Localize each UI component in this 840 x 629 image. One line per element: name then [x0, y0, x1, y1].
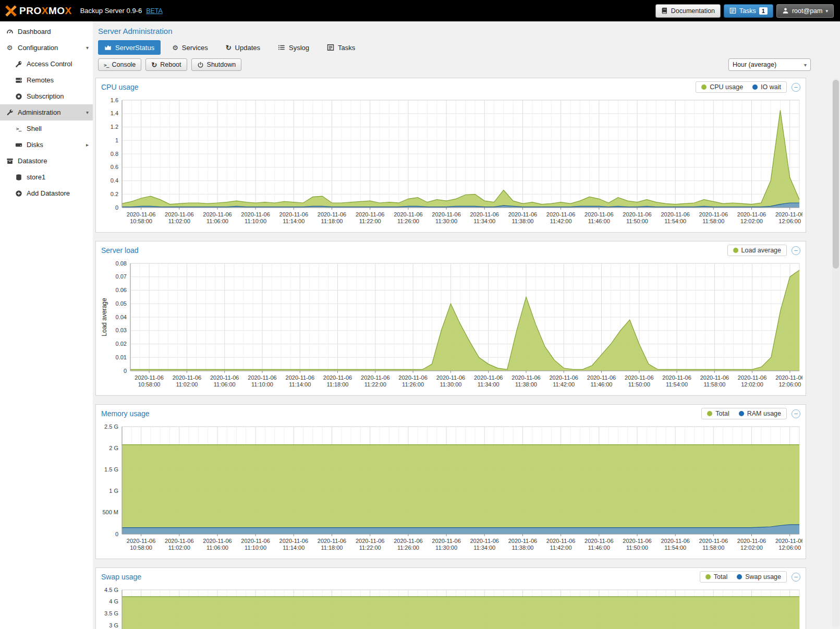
panel-title: Swap usage — [101, 573, 141, 581]
svg-text:11:46:00: 11:46:00 — [588, 218, 610, 224]
panel-header: Swap usageTotalSwap usage− — [96, 568, 806, 585]
tab-services[interactable]: ⚙Services — [166, 40, 214, 55]
time-range-select[interactable]: Hour (average) ▾ — [728, 58, 811, 71]
user-menu-button[interactable]: root@pam ▾ — [776, 4, 834, 18]
tab-tasks[interactable]: Tasks — [321, 40, 361, 55]
sidebar-item-store1[interactable]: store1 — [0, 169, 93, 185]
reboot-button[interactable]: ↻ Reboot — [145, 58, 187, 71]
svg-text:2020-11-06: 2020-11-06 — [127, 211, 155, 217]
server-load-chart: 00.010.020.030.040.050.060.070.082020-11… — [96, 259, 806, 395]
sidebar-item-label: Access Control — [27, 60, 89, 68]
sidebar-item-subscription[interactable]: Subscription — [0, 88, 93, 104]
svg-text:2020-11-06: 2020-11-06 — [398, 374, 427, 381]
terminal-icon: >_ — [14, 126, 23, 131]
svg-text:2020-11-06: 2020-11-06 — [432, 211, 460, 217]
sidebar-item-shell[interactable]: >_Shell — [0, 120, 93, 137]
svg-text:2020-11-06: 2020-11-06 — [662, 374, 691, 381]
collapse-panel-icon[interactable]: − — [792, 409, 800, 418]
page-title: Server Administration — [98, 27, 840, 35]
sidebar-item-datastore[interactable]: Datastore — [0, 153, 93, 169]
beta-link[interactable]: BETA — [146, 7, 163, 15]
svg-text:11:14:00: 11:14:00 — [283, 545, 305, 551]
svg-text:10:58:00: 10:58:00 — [138, 381, 161, 388]
collapse-panel-icon[interactable]: − — [792, 83, 800, 92]
sidebar-item-label: Add Datastore — [27, 189, 89, 197]
tab-syslog[interactable]: Syslog — [272, 40, 315, 55]
tab-serverstatus[interactable]: ServerStatus — [98, 40, 161, 55]
terminal-icon: >_ — [104, 62, 108, 68]
sidebar-item-label: Remotes — [27, 76, 89, 84]
svg-text:11:26:00: 11:26:00 — [402, 381, 424, 388]
svg-text:3.5 G: 3.5 G — [104, 610, 118, 616]
legend-label: IO wait — [761, 83, 781, 91]
svg-text:2020-11-06: 2020-11-06 — [203, 538, 232, 544]
svg-text:2020-11-06: 2020-11-06 — [737, 211, 766, 217]
panel-header: Memory usageTotalRAM usage− — [96, 405, 806, 422]
svg-text:12:06:00: 12:06:00 — [778, 545, 801, 551]
legend-label: CPU usage — [710, 83, 743, 91]
svg-text:2020-11-06: 2020-11-06 — [135, 374, 163, 381]
gauge-icon — [5, 28, 14, 35]
server-icon — [14, 77, 23, 84]
sidebar-item-access-control[interactable]: Access Control — [0, 56, 93, 72]
svg-text:2020-11-06: 2020-11-06 — [549, 374, 578, 381]
shutdown-button[interactable]: Shutdown — [191, 58, 242, 71]
sidebar-item-add-datastore[interactable]: Add Datastore — [0, 185, 93, 201]
svg-text:4 G: 4 G — [109, 598, 118, 604]
svg-text:2020-11-06: 2020-11-06 — [241, 211, 270, 217]
sidebar-item-configuration[interactable]: ⚙Configuration▾ — [0, 40, 93, 56]
scrollbar[interactable] — [832, 78, 839, 628]
tab-bar: ServerStatus⚙Services↻UpdatesSyslogTasks — [98, 40, 840, 55]
svg-text:2020-11-06: 2020-11-06 — [737, 538, 766, 544]
svg-text:12:02:00: 12:02:00 — [741, 381, 763, 388]
sidebar-item-remotes[interactable]: Remotes — [0, 72, 93, 88]
reboot-icon: ↻ — [151, 61, 157, 69]
collapse-panel-icon[interactable]: − — [792, 246, 800, 255]
svg-text:2020-11-06: 2020-11-06 — [661, 538, 689, 544]
legend-label: Load average — [741, 247, 781, 254]
tab-updates[interactable]: ↻Updates — [220, 40, 266, 55]
svg-text:0.05: 0.05 — [116, 300, 127, 307]
svg-text:2020-11-06: 2020-11-06 — [775, 211, 802, 217]
sidebar-item-disks[interactable]: Disks▸ — [0, 137, 93, 153]
svg-text:11:54:00: 11:54:00 — [664, 545, 686, 551]
svg-text:11:18:00: 11:18:00 — [321, 545, 343, 551]
tasks-button[interactable]: Tasks 1 — [724, 4, 773, 18]
memory-usage-panel: Memory usageTotalRAM usage−0500 M1 G1.5 … — [95, 404, 806, 559]
svg-text:1.5 G: 1.5 G — [104, 466, 118, 473]
svg-text:11:06:00: 11:06:00 — [214, 381, 236, 388]
chart-legend: CPU usageIO wait — [696, 81, 787, 93]
svg-text:0: 0 — [124, 368, 127, 374]
svg-text:0: 0 — [115, 204, 118, 211]
svg-text:11:34:00: 11:34:00 — [473, 545, 495, 551]
console-button[interactable]: >_ Console — [98, 58, 141, 71]
svg-text:11:58:00: 11:58:00 — [702, 218, 724, 224]
svg-text:11:06:00: 11:06:00 — [206, 545, 228, 551]
svg-text:2020-11-06: 2020-11-06 — [508, 211, 537, 217]
svg-text:11:10:00: 11:10:00 — [245, 545, 266, 551]
sidebar-item-administration[interactable]: Administration▾ — [0, 104, 93, 120]
svg-text:11:34:00: 11:34:00 — [473, 218, 495, 224]
svg-text:2020-11-06: 2020-11-06 — [318, 538, 346, 544]
collapse-panel-icon[interactable]: − — [792, 573, 800, 582]
svg-text:2020-11-06: 2020-11-06 — [700, 374, 729, 381]
svg-text:11:10:00: 11:10:00 — [251, 381, 273, 388]
svg-text:2020-11-06: 2020-11-06 — [210, 374, 239, 381]
sidebar-item-dashboard[interactable]: Dashboard — [0, 23, 93, 40]
svg-text:2020-11-06: 2020-11-06 — [318, 211, 346, 217]
server-load-panel: Server loadLoad average−00.010.020.030.0… — [95, 241, 806, 396]
svg-text:2020-11-06: 2020-11-06 — [241, 538, 270, 544]
sidebar: Dashboard⚙Configuration▾Access ControlRe… — [0, 21, 93, 629]
product-version: Backup Server 0.9-6 — [80, 7, 142, 15]
svg-text:2020-11-06: 2020-11-06 — [623, 211, 651, 217]
svg-text:2020-11-06: 2020-11-06 — [394, 211, 422, 217]
scrollbar-thumb[interactable] — [833, 80, 839, 269]
legend-label: Total — [715, 410, 729, 417]
svg-text:0.4: 0.4 — [111, 177, 118, 184]
svg-text:2020-11-06: 2020-11-06 — [356, 211, 384, 217]
svg-text:11:30:00: 11:30:00 — [440, 381, 461, 388]
documentation-button[interactable]: Documentation — [655, 4, 721, 18]
svg-text:2020-11-06: 2020-11-06 — [356, 538, 384, 544]
gears-icon: ⚙ — [172, 44, 178, 52]
svg-text:2020-11-06: 2020-11-06 — [248, 374, 276, 381]
